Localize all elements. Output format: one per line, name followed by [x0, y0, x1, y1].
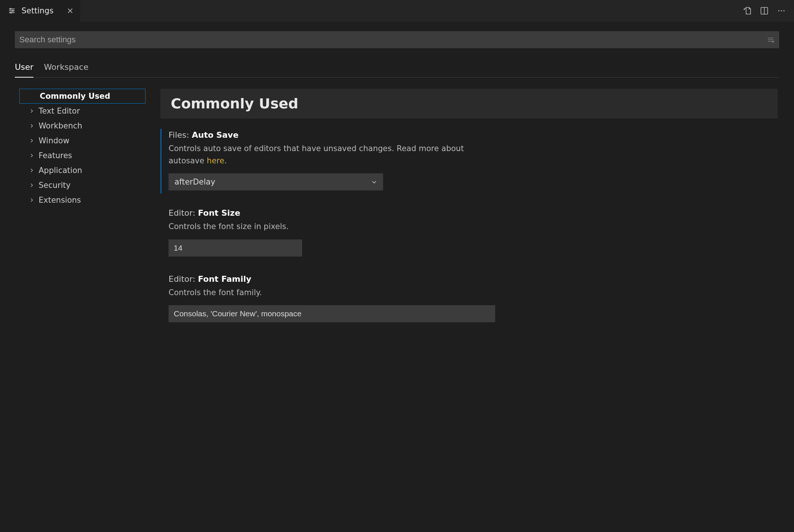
svg-point-3 [10, 8, 11, 9]
editor-tab-bar: Settings [0, 0, 794, 22]
tree-item-label: Extensions [39, 196, 81, 205]
setting-title: Files: Auto Save [169, 130, 778, 140]
font-family-input[interactable] [169, 305, 495, 322]
auto-save-select[interactable]: afterDelay [169, 173, 383, 190]
setting-description: Controls the font size in pixels. [169, 221, 495, 233]
tree-item-label: Security [39, 181, 71, 190]
tab-title: Settings [22, 6, 53, 15]
chevron-right-icon [29, 108, 35, 114]
tree-item-label: Application [39, 166, 82, 175]
tree-item-application[interactable]: Application [19, 163, 146, 178]
chevron-right-icon [29, 183, 35, 188]
chevron-right-icon [29, 198, 35, 203]
tree-item-features[interactable]: Features [19, 148, 146, 163]
tree-item-window[interactable]: Window [19, 133, 146, 148]
tree-item-workbench[interactable]: Workbench [19, 118, 146, 133]
tree-item-label: Window [39, 136, 69, 145]
svg-point-10 [778, 10, 779, 11]
settings-tree: Commonly Used Text Editor Workbench [19, 89, 146, 532]
setting-description: Controls the font family. [169, 287, 495, 299]
section-header: Commonly Used [160, 89, 778, 118]
chevron-right-icon [29, 168, 35, 173]
scope-tab-user[interactable]: User [15, 62, 33, 78]
setting-files-auto-save: Files: Auto Save Controls auto save of e… [160, 127, 778, 205]
tree-item-label: Workbench [39, 121, 82, 130]
open-settings-json-icon[interactable] [743, 6, 752, 15]
tab-settings[interactable]: Settings [0, 0, 80, 22]
tree-item-label: Text Editor [39, 107, 80, 115]
font-size-input[interactable] [169, 239, 302, 257]
svg-point-12 [783, 10, 784, 11]
setting-editor-font-size: Editor: Font Size Controls the font size… [160, 205, 778, 271]
setting-description: Controls auto save of editors that have … [169, 143, 495, 167]
svg-point-4 [12, 10, 13, 11]
setting-editor-font-family: Editor: Font Family Controls the font fa… [160, 271, 778, 337]
setting-title: Editor: Font Family [169, 274, 778, 284]
svg-point-5 [10, 12, 12, 13]
svg-point-11 [781, 10, 782, 11]
chevron-right-icon [29, 138, 35, 143]
chevron-right-icon [29, 123, 35, 128]
tab-actions [735, 0, 794, 22]
setting-title: Editor: Font Size [169, 208, 778, 218]
search-input[interactable] [15, 31, 779, 48]
settings-scope-tabs: User Workspace [15, 62, 779, 78]
tree-item-security[interactable]: Security [19, 178, 146, 193]
split-editor-icon[interactable] [760, 6, 769, 15]
settings-content: Commonly Used Files: Auto Save Controls … [160, 89, 779, 532]
tree-item-label: Features [39, 151, 72, 160]
autosave-docs-link[interactable]: here [207, 156, 224, 165]
scope-tab-workspace[interactable]: Workspace [44, 62, 88, 77]
close-icon[interactable] [59, 7, 73, 14]
select-value: afterDelay [174, 177, 215, 186]
settings-icon [8, 7, 16, 14]
tree-item-text-editor[interactable]: Text Editor [19, 104, 146, 118]
tree-item-extensions[interactable]: Extensions [19, 193, 146, 208]
more-actions-icon[interactable] [777, 6, 786, 15]
chevron-down-icon [371, 179, 377, 185]
tree-item-commonly-used[interactable]: Commonly Used [19, 89, 146, 104]
clear-search-icon[interactable] [767, 36, 775, 44]
tree-item-label: Commonly Used [40, 92, 110, 101]
chevron-right-icon [29, 153, 35, 158]
